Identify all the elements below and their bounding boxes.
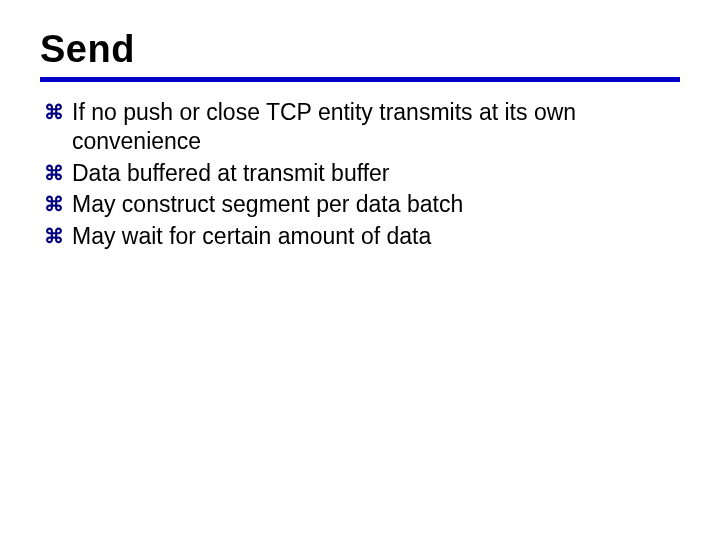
bullet-text: Data buffered at transmit buffer xyxy=(72,160,390,186)
list-item: ⌘ Data buffered at transmit buffer xyxy=(44,159,680,188)
bullet-text: May construct segment per data batch xyxy=(72,191,463,217)
bullet-icon: ⌘ xyxy=(44,192,64,218)
bullet-list: ⌘ If no push or close TCP entity transmi… xyxy=(40,98,680,251)
bullet-icon: ⌘ xyxy=(44,100,64,126)
slide: Send ⌘ If no push or close TCP entity tr… xyxy=(0,0,720,540)
list-item: ⌘ May construct segment per data batch xyxy=(44,190,680,219)
title-divider xyxy=(40,77,680,82)
list-item: ⌘ May wait for certain amount of data xyxy=(44,222,680,251)
bullet-text: May wait for certain amount of data xyxy=(72,223,431,249)
bullet-text: If no push or close TCP entity transmits… xyxy=(72,99,576,154)
bullet-icon: ⌘ xyxy=(44,224,64,250)
slide-title: Send xyxy=(40,28,680,77)
bullet-icon: ⌘ xyxy=(44,161,64,187)
list-item: ⌘ If no push or close TCP entity transmi… xyxy=(44,98,680,157)
